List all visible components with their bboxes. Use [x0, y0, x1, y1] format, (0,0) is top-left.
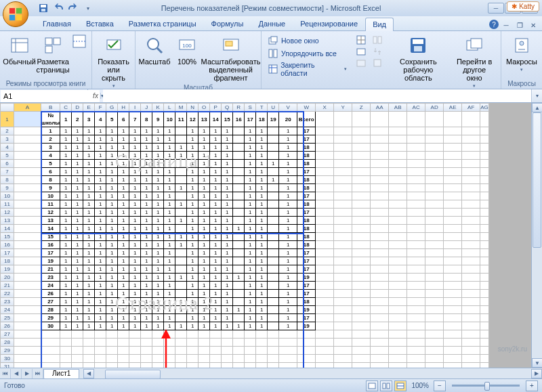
- view-page-break-preview[interactable]: [71, 33, 87, 49]
- sync-scroll-icon[interactable]: [372, 46, 383, 57]
- col-header[interactable]: M: [175, 104, 187, 112]
- customize-qat-dropdown[interactable]: ▾: [81, 1, 95, 15]
- scroll-down[interactable]: ▼: [532, 358, 542, 368]
- zoom-out[interactable]: −: [434, 380, 446, 391]
- zoom-to-selection[interactable]: Масштабировать выделенный фрагмент: [205, 33, 257, 83]
- row-header[interactable]: 26: [1, 322, 14, 330]
- name-box-input[interactable]: [1, 90, 100, 102]
- mdi-restore[interactable]: ❐: [514, 20, 526, 30]
- view-side-by-side-icon[interactable]: [372, 35, 383, 45]
- select-all-cell[interactable]: [1, 104, 14, 112]
- switch-windows[interactable]: Перейти в другое окно▾: [452, 33, 497, 90]
- ribbon-tab[interactable]: Вставка: [79, 17, 121, 30]
- tab-nav-first[interactable]: ⏮: [0, 369, 11, 378]
- col-header[interactable]: H: [118, 104, 129, 112]
- view-normal[interactable]: Обычный: [4, 33, 35, 67]
- row-header[interactable]: 2: [1, 127, 14, 135]
- ribbon-tab[interactable]: Формулы: [204, 17, 251, 30]
- scroll-up[interactable]: ▲: [532, 103, 542, 112]
- row-header[interactable]: 13: [1, 217, 14, 225]
- col-header[interactable]: Z: [352, 104, 371, 112]
- row-header[interactable]: 7: [1, 168, 14, 176]
- row-header[interactable]: 19: [1, 265, 14, 274]
- row-header[interactable]: 4: [1, 144, 14, 152]
- office-button[interactable]: [3, 1, 28, 27]
- freeze-panes[interactable]: Закрепить области▾: [266, 60, 349, 78]
- page-break-horizontal[interactable]: [41, 233, 303, 234]
- col-header[interactable]: W: [297, 104, 316, 112]
- col-header[interactable]: AB: [389, 104, 407, 112]
- scroll-right[interactable]: ▶: [531, 369, 542, 378]
- statusbar-page-break-view[interactable]: [394, 380, 406, 391]
- row-header[interactable]: 11: [1, 200, 14, 209]
- window-minimize[interactable]: ─: [488, 3, 504, 14]
- col-header[interactable]: K: [152, 104, 164, 112]
- row-header[interactable]: 23: [1, 298, 14, 306]
- vertical-scrollbar-thumb[interactable]: [533, 112, 541, 248]
- mdi-close[interactable]: ✕: [527, 20, 539, 30]
- col-header[interactable]: R: [233, 104, 245, 112]
- unhide-window-icon[interactable]: [356, 58, 367, 68]
- sheet-tab-active[interactable]: Лист1: [43, 369, 79, 379]
- save-workspace[interactable]: Сохранить рабочую область: [387, 33, 449, 83]
- ribbon-tab[interactable]: Вид: [365, 18, 394, 31]
- row-header[interactable]: 8: [1, 176, 14, 184]
- row-header[interactable]: 29: [1, 347, 14, 355]
- row-header[interactable]: 10: [1, 192, 14, 200]
- col-header[interactable]: Q: [222, 104, 233, 112]
- row-header[interactable]: 20: [1, 274, 14, 282]
- col-header[interactable]: AC: [407, 104, 425, 112]
- statusbar-page-layout-view[interactable]: [380, 380, 392, 391]
- col-header[interactable]: AE: [444, 104, 462, 112]
- row-header[interactable]: 27: [1, 330, 14, 339]
- col-header[interactable]: AA: [371, 104, 389, 112]
- zoom-slider[interactable]: [452, 385, 520, 387]
- col-header[interactable]: AD: [425, 104, 444, 112]
- row-header[interactable]: 12: [1, 209, 14, 217]
- col-header[interactable]: B: [41, 104, 60, 112]
- col-header[interactable]: X: [316, 104, 334, 112]
- col-header[interactable]: C: [60, 104, 72, 112]
- col-header[interactable]: G: [106, 104, 118, 112]
- ribbon-tab[interactable]: Данные: [251, 17, 293, 30]
- show-hide-menu[interactable]: Показать или скрыть▾: [96, 33, 131, 90]
- row-header[interactable]: 15: [1, 233, 14, 241]
- fx-insert-function[interactable]: fx: [88, 92, 103, 100]
- row-header[interactable]: 1: [1, 112, 14, 127]
- row-header[interactable]: 18: [1, 257, 14, 265]
- col-header[interactable]: N: [187, 104, 199, 112]
- col-header[interactable]: E: [83, 104, 95, 112]
- row-header[interactable]: 14: [1, 225, 14, 233]
- col-header[interactable]: D: [72, 104, 83, 112]
- col-header[interactable]: L: [164, 104, 175, 112]
- undo-icon[interactable]: [51, 1, 65, 15]
- ribbon-tab[interactable]: Разметка страницы: [121, 17, 204, 30]
- row-header[interactable]: 30: [1, 355, 14, 363]
- view-page-layout[interactable]: Разметка страницы: [37, 33, 68, 75]
- formula-input[interactable]: [103, 89, 531, 102]
- row-header[interactable]: 28: [1, 339, 14, 347]
- zoom-100-button[interactable]: 100100%: [172, 33, 202, 67]
- formula-bar-expand[interactable]: ▾: [531, 89, 542, 102]
- worksheet-area[interactable]: ABCDEFGHIJKLMNOPQRSTUVWXYZAAABACADAEAFAG…: [0, 103, 542, 368]
- col-header[interactable]: F: [95, 104, 106, 112]
- split-icon[interactable]: [356, 35, 367, 45]
- col-header[interactable]: T: [256, 104, 268, 112]
- col-header[interactable]: AG: [480, 104, 489, 112]
- zoom-in[interactable]: +: [526, 380, 538, 391]
- row-header[interactable]: 16: [1, 241, 14, 249]
- tab-nav-last[interactable]: ⏭: [33, 369, 43, 378]
- row-header[interactable]: 3: [1, 135, 14, 144]
- horizontal-scrollbar[interactable]: [105, 369, 520, 378]
- macros-button[interactable]: Макросы▾: [505, 33, 538, 74]
- zoom-level[interactable]: 100%: [411, 382, 429, 389]
- row-header[interactable]: 22: [1, 290, 14, 298]
- row-header[interactable]: 17: [1, 249, 14, 257]
- col-header[interactable]: AF: [462, 104, 480, 112]
- col-header[interactable]: S: [245, 104, 256, 112]
- row-header[interactable]: 25: [1, 314, 14, 322]
- statusbar-normal-view[interactable]: [366, 380, 378, 391]
- redo-icon[interactable]: [66, 1, 80, 15]
- save-icon[interactable]: [37, 1, 50, 15]
- name-box[interactable]: ▾: [0, 89, 88, 102]
